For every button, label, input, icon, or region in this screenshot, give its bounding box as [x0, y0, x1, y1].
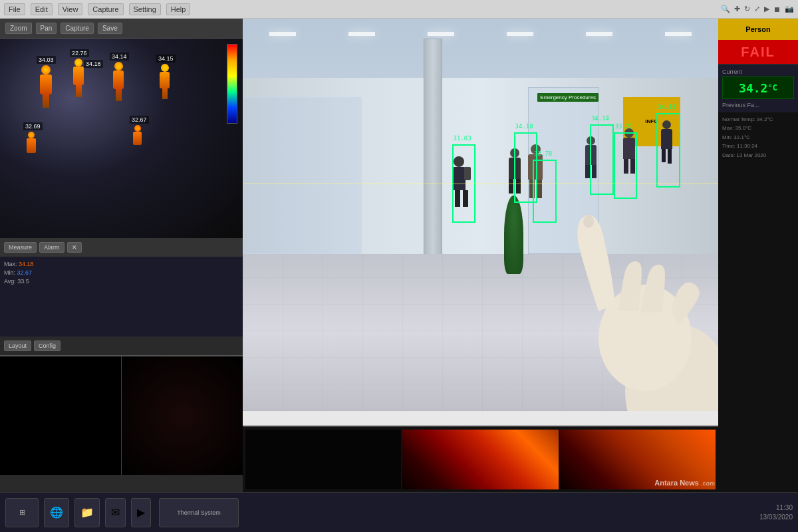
folder-icon: 📁 — [80, 506, 94, 519]
left-bottom-controls: Layout Config — [0, 336, 243, 355]
active-app-btn[interactable]: Thermal System — [159, 498, 239, 527]
ceiling-lights — [243, 32, 718, 36]
thermal-person-2: 22.76 34.18 — [73, 59, 84, 97]
left-panel-controls: Zoom Pan Capture Save — [0, 19, 243, 39]
menu-capture[interactable]: Capture — [88, 3, 123, 15]
temp-number: 34.2 — [739, 81, 767, 95]
left-panel-mid-controls: Measure Alarm ✕ — [0, 238, 243, 257]
color-scale-bar — [227, 44, 237, 124]
right-panel: Person FAIL Current 34.2 °C Previous Fa.… — [718, 19, 798, 492]
temp-label-1: 34.03 — [37, 56, 56, 64]
menu-view[interactable]: View — [58, 3, 83, 15]
temp-label-6: 32.67 — [130, 116, 149, 124]
right-panel-info: Normal Temp: 34.2°C Max: 35.0°C Min: 32.… — [718, 112, 798, 492]
svg-point-2 — [583, 215, 594, 228]
thumbnail-2[interactable] — [402, 430, 558, 489]
left-panel: Zoom Pan Capture Save 34.03 — [0, 19, 243, 492]
person-header: Person — [718, 19, 798, 40]
active-app-label: Thermal System — [177, 509, 221, 516]
windows-icon: ⊞ — [19, 508, 25, 517]
fail-text: FAIL — [741, 45, 775, 60]
stats-avg: Avg: 33.5 — [4, 278, 239, 285]
ctrl-layout[interactable]: Layout — [4, 340, 31, 351]
date-display: 13/03/2020 — [759, 513, 793, 522]
detection-temp-1: 31.03 — [454, 135, 471, 142]
watermark-sub: .com — [701, 480, 715, 487]
info-row-2: Max: 35.0°C — [722, 125, 794, 132]
time-display: 11:30 — [759, 503, 793, 513]
fail-badge: FAIL — [718, 40, 798, 64]
temp-label-2b: 34.18 — [84, 60, 103, 68]
camera-feed: Emergency Procedures INFO — [243, 19, 718, 411]
taskbar-bottom: ⊞ 🌐 📁 ✉ ▶ Thermal System 11:30 13/03/202… — [0, 492, 798, 532]
detection-temp-5: 33.21 — [615, 123, 633, 130]
bottom-sub-panel-1 — [0, 356, 122, 475]
detection-temp-4: 34.14 — [591, 115, 609, 122]
ceiling-light-6 — [665, 32, 692, 36]
stats-min: Min: 32.67 — [4, 269, 239, 276]
temp-label-5: 32.69 — [23, 122, 43, 130]
thermal-person-5: 32.69 — [27, 132, 36, 153]
left-panel-bottom — [0, 355, 243, 475]
gloved-hand-container — [519, 138, 718, 411]
current-temp-section: Current 34.2 °C Previous Fa... — [718, 64, 798, 112]
main-camera-area: Emergency Procedures INFO — [243, 19, 718, 411]
ceiling-light-1 — [269, 32, 296, 36]
ctrl-zoom[interactable]: Zoom — [5, 23, 32, 34]
media-icon: ▶ — [137, 506, 145, 519]
ctrl-pan[interactable]: Pan — [36, 23, 57, 34]
ctrl-detect[interactable]: ✕ — [67, 242, 82, 253]
info-row-3: Min: 32.1°C — [722, 134, 794, 141]
watermark: Antara News .com — [654, 479, 715, 487]
explorer-button[interactable]: 📁 — [74, 498, 100, 527]
start-button[interactable]: ⊞ — [5, 498, 39, 527]
detection-temp-2: 34.18 — [515, 123, 533, 130]
bottom-sub-panel-2 — [122, 356, 243, 475]
ceiling-light-2 — [348, 32, 375, 36]
temp-unit: °C — [767, 83, 777, 92]
ceiling-light-4 — [507, 32, 533, 36]
info-row-5: Date: 13 Mar 2020 — [722, 152, 794, 159]
menu-edit[interactable]: Edit — [31, 3, 53, 15]
person-label: Person — [745, 25, 770, 33]
ctrl-alarm[interactable]: Alarm — [39, 242, 65, 253]
thermal-person-6: 32.67 — [133, 125, 142, 145]
current-temp-value: 34.2 °C — [722, 76, 794, 99]
ie-button[interactable]: 🌐 — [44, 498, 69, 527]
media-button[interactable]: ▶ — [131, 498, 151, 527]
ctrl-capture[interactable]: Capture — [61, 23, 94, 34]
glass-partition-left — [243, 97, 362, 254]
thumbnail-strip — [243, 426, 718, 492]
current-temp-label: Current — [722, 68, 794, 75]
ctrl-measure[interactable]: Measure — [4, 242, 37, 253]
info-row-1: Normal Temp: 34.2°C — [722, 116, 794, 123]
menu-file[interactable]: File — [4, 3, 25, 15]
stats-label: Max: 34.18 — [4, 261, 239, 267]
screen-container: File Edit View Capture Setting Help 🔍 ✚ … — [0, 0, 798, 532]
left-panel-mid: Max: 34.18 Min: 32.67 Avg: 33.5 — [0, 257, 243, 336]
ctrl-save[interactable]: Save — [98, 23, 122, 34]
thermal-person-4: 34.15 — [160, 64, 170, 99]
ceiling-light-5 — [586, 32, 612, 36]
taskbar-time: 11:30 13/03/2020 — [759, 503, 793, 522]
detection-temp-6: 34.13 — [658, 104, 676, 110]
thermal-image-area: 34.03 22.76 34.18 34.14 — [0, 39, 243, 238]
mail-icon: ✉ — [111, 506, 120, 519]
menu-help[interactable]: Help — [166, 3, 191, 15]
mail-button[interactable]: ✉ — [105, 498, 126, 527]
menu-setting[interactable]: Setting — [129, 3, 161, 15]
thumbnail-1[interactable] — [245, 430, 401, 489]
thermal-bg: 34.03 22.76 34.18 34.14 — [0, 39, 243, 238]
watermark-text: Antara News — [654, 479, 699, 487]
info-row-4: Time: 11:30:24 — [722, 143, 794, 150]
thermal-person-3: 34.14 — [113, 62, 124, 101]
ctrl-config[interactable]: Config — [34, 340, 61, 351]
sign-board: Emergency Procedures — [537, 93, 598, 102]
temp-label-4: 34.15 — [156, 55, 176, 63]
ceiling-light-3 — [428, 32, 454, 36]
ie-icon: 🌐 — [50, 506, 63, 519]
taskbar-top-icons: 🔍 ✚ ↻ ⤢ ▶ ⏹ 📷 — [721, 5, 794, 13]
pillar-center — [424, 39, 443, 274]
gloved-hand-svg — [519, 138, 718, 411]
taskbar-top: File Edit View Capture Setting Help 🔍 ✚ … — [0, 0, 798, 19]
